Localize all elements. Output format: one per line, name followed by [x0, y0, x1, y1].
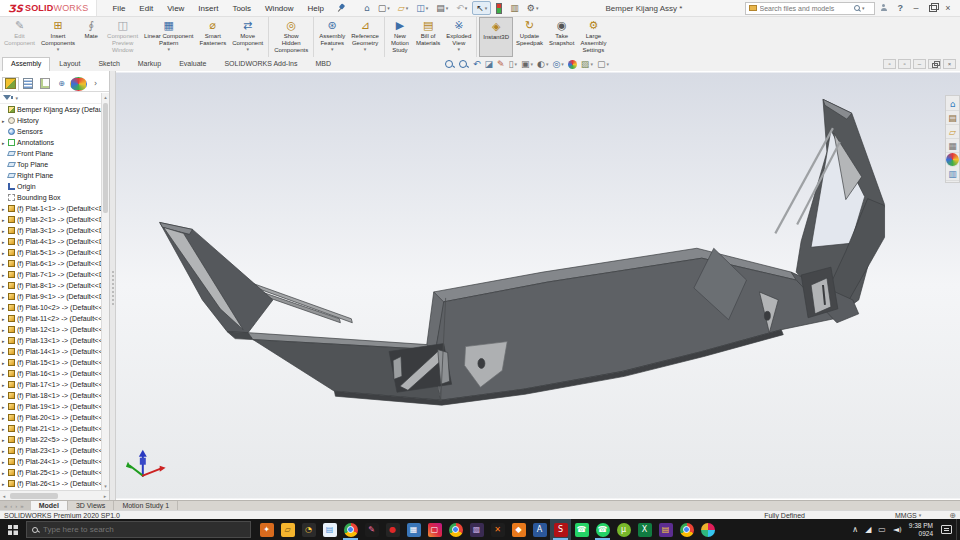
- whatsapp-desktop-app[interactable]: ☎: [592, 519, 613, 540]
- print-button[interactable]: ▤: [433, 1, 451, 15]
- scroll-thumb[interactable]: [103, 103, 108, 213]
- featuremanager-tab[interactable]: [2, 77, 19, 91]
- tab-scroll-icon[interactable]: «: [4, 503, 7, 509]
- dimxpertmanager-tab[interactable]: ⊕: [53, 77, 70, 91]
- command-tab[interactable]: MBD: [307, 57, 341, 71]
- large-assembly-settings-button[interactable]: ⚙ Large Assembly Settings: [577, 17, 609, 57]
- show-hidden-components-button[interactable]: ◎ Show Hidden Components: [271, 17, 314, 57]
- doc-next-window-button[interactable]: ▫: [898, 59, 911, 69]
- speaker-icon[interactable]: ◄: [893, 525, 902, 534]
- units-dropdown-icon[interactable]: ▾: [919, 512, 922, 518]
- tree-item[interactable]: ▸ Annotations: [0, 137, 109, 148]
- annotation-views-icon[interactable]: ▯: [509, 59, 517, 69]
- start-button[interactable]: [0, 519, 26, 540]
- search-dropdown-icon[interactable]: ▾: [862, 5, 865, 11]
- displaymanager-tab[interactable]: [70, 77, 87, 91]
- tree-item[interactable]: Front Plane: [0, 148, 109, 159]
- scroll-left-icon[interactable]: ◂: [0, 493, 8, 499]
- search-input[interactable]: [760, 5, 852, 12]
- instant3d-button[interactable]: ◈ Instant3D: [479, 17, 513, 57]
- tree-item[interactable]: ▸ History: [0, 115, 109, 126]
- whatsapp-app[interactable]: ☎: [571, 519, 592, 540]
- tray-clock[interactable]: 9:38 PM 0924: [909, 522, 933, 538]
- markup-view-icon[interactable]: ✎: [497, 59, 505, 69]
- undo-button[interactable]: ↶: [453, 1, 470, 15]
- tree-item[interactable]: ▸ (f) Plat-21<1> -> (Default<<D: [0, 423, 109, 434]
- tree-item[interactable]: Origin: [0, 181, 109, 192]
- tree-item[interactable]: ▸ (f) Plat-5<1> -> (Default<<Def: [0, 247, 109, 258]
- zoom-to-fit-icon[interactable]: [445, 60, 455, 68]
- calculator-app[interactable]: ▦: [403, 519, 424, 540]
- appearances-icon[interactable]: [946, 153, 959, 167]
- view-palette-icon[interactable]: ▦: [946, 139, 959, 153]
- tree-item[interactable]: ▸ (f) Plat-11<2> -> (Default<<D: [0, 313, 109, 324]
- component-preview-window-button[interactable]: ◫ Component Preview Window: [104, 17, 141, 57]
- chrome-profile-app[interactable]: [340, 519, 361, 540]
- menu-item[interactable]: Edit: [132, 2, 160, 15]
- command-tab[interactable]: SOLIDWORKS Add-Ins: [215, 57, 306, 71]
- network-icon[interactable]: ◢: [865, 525, 871, 534]
- solidworks-app[interactable]: S: [550, 519, 571, 540]
- command-tab[interactable]: Assembly: [2, 57, 50, 71]
- game-app[interactable]: ✕: [487, 519, 508, 540]
- file-explorer-app[interactable]: ▱: [277, 519, 298, 540]
- tree-item[interactable]: ▸ (f) Plat-26<1> -> (Default<<D: [0, 478, 109, 489]
- search-box[interactable]: ▾: [745, 2, 875, 15]
- tree-item[interactable]: ▸ (f) Plat-4<1> -> (Default<<Def: [0, 236, 109, 247]
- restore-button[interactable]: [924, 2, 940, 14]
- take-snapshot-button[interactable]: ◉ Take Snapshot: [546, 17, 577, 57]
- tab-scroll-icon[interactable]: ‹: [10, 503, 12, 509]
- menu-item[interactable]: Window: [258, 2, 300, 15]
- tree-item[interactable]: ▸ (f) Plat-14<1> -> (Default<<D: [0, 346, 109, 357]
- user-account-icon[interactable]: [880, 4, 888, 12]
- menu-item[interactable]: Insert: [191, 2, 225, 15]
- display-icon[interactable]: ▭: [878, 525, 886, 534]
- action-center-icon[interactable]: [941, 525, 952, 534]
- tree-item[interactable]: ▸ (f) Plat-13<1> -> (Default<<D: [0, 335, 109, 346]
- excel-app[interactable]: X: [634, 519, 655, 540]
- linear-component-pattern-button[interactable]: ▦ Linear Component Pattern: [141, 17, 196, 57]
- tree-item[interactable]: ▸ (f) Plat-7<1> -> (Default<<Def: [0, 269, 109, 280]
- tree-item[interactable]: ▸ (f) Plat-3<1> -> (Default<<Def: [0, 225, 109, 236]
- panel-tabs-overflow[interactable]: ›: [87, 77, 104, 91]
- tree-item[interactable]: Right Plane: [0, 170, 109, 181]
- tree-item[interactable]: ▸ (f) Plat-9<1> -> (Default<<Def: [0, 291, 109, 302]
- command-tab[interactable]: Markup: [129, 57, 170, 71]
- tree-item[interactable]: ▸ (f) Plat-24<1> -> (Default<<D: [0, 456, 109, 467]
- tree-item[interactable]: ▸ (f) Plat-16<1> -> (Default<<D: [0, 368, 109, 379]
- chrome-app[interactable]: [445, 519, 466, 540]
- tree-item[interactable]: ▸ (f) Plat-20<1> -> (Default<<D: [0, 412, 109, 423]
- screen-recorder-app[interactable]: ●: [382, 519, 403, 540]
- tab-scroll-icon[interactable]: »: [20, 503, 23, 509]
- menu-item[interactable]: Tools: [225, 2, 258, 15]
- taskbar-search[interactable]: [26, 521, 251, 538]
- reference-geometry-button[interactable]: ⊿ Reference Geometry: [348, 17, 385, 57]
- notes-app[interactable]: ▤: [319, 519, 340, 540]
- custom-properties-icon[interactable]: ▥: [946, 167, 959, 181]
- office-app[interactable]: A: [529, 519, 550, 540]
- file-explorer-icon[interactable]: ▱: [946, 125, 959, 139]
- tree-item[interactable]: Sensors: [0, 126, 109, 137]
- view-settings-icon[interactable]: ▢: [597, 59, 609, 69]
- pin-menu-icon[interactable]: [337, 4, 345, 12]
- zoom-to-area-icon[interactable]: [459, 60, 469, 68]
- previous-view-icon[interactable]: ↶: [473, 59, 481, 69]
- display-style-icon[interactable]: ◐: [537, 59, 548, 69]
- tree-item[interactable]: ▸ (f) Plat-8<1> -> (Default<<Def: [0, 280, 109, 291]
- tree-item[interactable]: ▸ (f) Plat-10<2> -> (Default<<D: [0, 302, 109, 313]
- command-tab[interactable]: Evaluate: [170, 57, 215, 71]
- assembly-features-button[interactable]: ⊛ Assembly Features: [316, 17, 348, 57]
- tree-item[interactable]: Bemper Kijang Assy (Default<Disp: [0, 104, 109, 115]
- scroll-thumb[interactable]: [10, 493, 58, 499]
- scroll-right-icon[interactable]: ▸: [101, 493, 109, 499]
- tree-item[interactable]: ▸ (f) Plat-6<1> -> (Default<<Def: [0, 258, 109, 269]
- propertymanager-tab[interactable]: [19, 77, 36, 91]
- utorrent-app[interactable]: µ: [613, 519, 634, 540]
- tree-horizontal-scrollbar[interactable]: ◂ ▸: [0, 490, 109, 500]
- doc-prev-window-button[interactable]: ▫: [883, 59, 896, 69]
- open-button[interactable]: ▱: [395, 1, 411, 15]
- status-units[interactable]: MMGS: [895, 512, 917, 519]
- tree-item[interactable]: ▸ (f) Plat-25<1> -> (Default<<D: [0, 467, 109, 478]
- minimize-button[interactable]: –: [908, 3, 924, 13]
- doc-minimize-button[interactable]: –: [913, 59, 926, 69]
